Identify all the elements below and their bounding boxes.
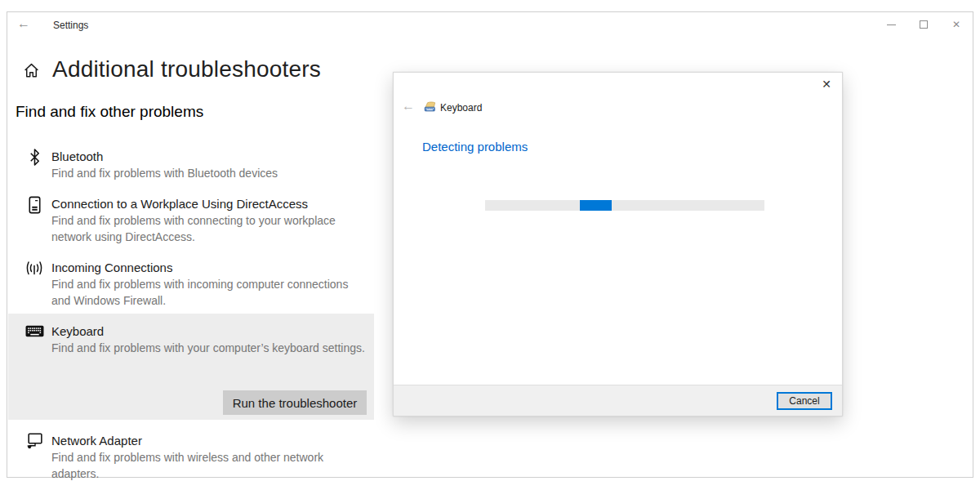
- troubleshooter-row-keyboard[interactable]: Keyboard Find and fix problems with your…: [24, 323, 365, 357]
- close-icon: ✕: [952, 19, 960, 30]
- dialog-close-icon[interactable]: ✕: [818, 76, 835, 92]
- close-button[interactable]: ✕: [940, 12, 973, 37]
- dialog-back-icon[interactable]: ←: [402, 99, 415, 114]
- troubleshooter-name: Connection to a Workplace Using DirectAc…: [51, 196, 367, 212]
- troubleshooter-name: Keyboard: [51, 323, 365, 339]
- troubleshooter-description: Find and fix problems with wireless and …: [51, 450, 367, 482]
- dialog-title: Keyboard: [440, 102, 482, 114]
- back-icon[interactable]: ←: [17, 16, 30, 31]
- troubleshooter-row-network-adapter[interactable]: Network Adapter Find and fix problems wi…: [24, 433, 367, 482]
- maximize-button[interactable]: [907, 12, 940, 37]
- troubleshooter-description: Find and fix problems with Bluetooth dev…: [51, 166, 278, 182]
- maximize-icon: [920, 20, 928, 29]
- home-icon[interactable]: [23, 62, 40, 79]
- keyboard-icon: [24, 325, 45, 357]
- troubleshooter-name: Bluetooth: [51, 149, 278, 164]
- dialog-footer: Cancel: [394, 385, 842, 416]
- bluetooth-icon: [24, 149, 45, 182]
- window-controls: ✕: [875, 12, 973, 37]
- window-title: Settings: [53, 20, 88, 31]
- keyboard-color-icon: [423, 100, 437, 114]
- minimize-icon: [887, 24, 896, 25]
- troubleshooter-description: Find and fix problems with connecting to…: [51, 213, 367, 245]
- page-title: Additional troubleshooters: [52, 56, 321, 82]
- troubleshooter-description: Find and fix problems with your computer…: [51, 341, 365, 357]
- troubleshooter-row-bluetooth[interactable]: Bluetooth Find and fix problems with Blu…: [24, 149, 278, 182]
- troubleshooter-description: Find and fix problems with incoming comp…: [51, 277, 367, 309]
- run-troubleshooter-button[interactable]: Run the troubleshooter: [223, 390, 367, 415]
- network-adapter-icon: [24, 433, 45, 482]
- progress-bar-track: [485, 200, 764, 211]
- troubleshooter-row-incoming-connections[interactable]: Incoming Connections Find and fix proble…: [24, 260, 367, 309]
- troubleshooter-name: Incoming Connections: [51, 260, 367, 275]
- section-heading: Find and fix other problems: [16, 103, 203, 121]
- incoming-connections-icon: [24, 260, 45, 309]
- troubleshooter-row-directaccess[interactable]: Connection to a Workplace Using DirectAc…: [24, 196, 367, 245]
- directaccess-icon: [24, 196, 45, 245]
- minimize-button[interactable]: [875, 12, 907, 37]
- troubleshooter-dialog: ✕ ← Keyboard Detecting problems Cancel: [393, 72, 843, 416]
- progress-bar-fill: [580, 200, 612, 211]
- troubleshooter-name: Network Adapter: [51, 433, 367, 448]
- dialog-status-text: Detecting problems: [422, 140, 528, 154]
- cancel-button[interactable]: Cancel: [777, 392, 832, 410]
